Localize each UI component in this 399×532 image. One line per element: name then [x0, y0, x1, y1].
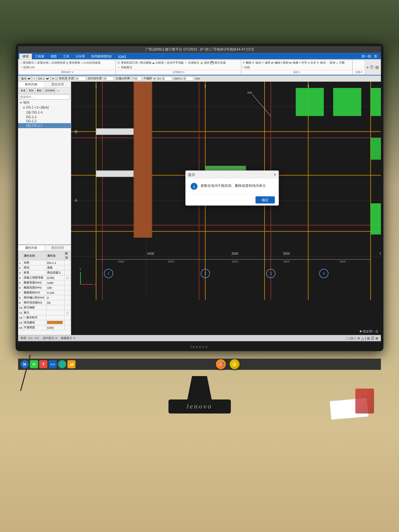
dialog-close-btn[interactable]: × — [274, 172, 276, 177]
btn-set-scale[interactable]: □ 设置比例 — [35, 61, 48, 65]
btn-new-component[interactable]: 新建 — [19, 88, 27, 93]
btn-convert-element[interactable]: ↔ 转换图元 — [117, 65, 132, 70]
prop-num-2: 2 — [18, 265, 23, 270]
props-tab-list[interactable]: 属性列表 — [18, 245, 45, 251]
status-icon-5[interactable]: | — [365, 336, 366, 341]
btn-extend[interactable]: → 延伸 — [326, 61, 336, 65]
taskbar-center-icon-1[interactable]: 🎯 — [216, 359, 226, 369]
prop-value-13[interactable] — [46, 320, 64, 325]
prop-value-5[interactable]: 1440 — [46, 280, 64, 285]
btn-restore-cad[interactable]: └ 还原CAD — [20, 65, 35, 70]
taskbar-icon-wechat[interactable]: W — [30, 360, 38, 368]
prop-value-4[interactable]: (C35) — [46, 275, 64, 280]
ribbon-tab-igms[interactable]: IGMS — [115, 55, 129, 59]
btn-find-replace[interactable]: Q 查找替换 — [66, 61, 80, 65]
btn-trim[interactable]: ✂ 修剪 — [262, 61, 271, 65]
taskbar-icon-browser[interactable]: 🌐 — [58, 360, 66, 368]
tree-item-dg1[interactable]: ▼ DG-1 <1> [地沟] — [18, 105, 71, 110]
tree-item-dg14[interactable]: (顶) DG-1-4 — [18, 110, 71, 115]
prop-value-2[interactable]: 底板 — [46, 265, 64, 270]
prop-value-11[interactable] — [46, 310, 64, 315]
btn-break[interactable]: ⊥ 打断 — [336, 61, 345, 65]
ribbon-tab-jianmo[interactable]: 建模 — [19, 54, 32, 59]
tree-item-dg12[interactable]: DG-1-2 — [18, 119, 71, 123]
sidebar-more-icon[interactable]: » — [57, 89, 59, 93]
status-icon-2[interactable]: ⊡ — [350, 336, 353, 341]
input-xval[interactable] — [163, 76, 172, 81]
taskbar-center-icon-2[interactable]: ⭐ — [230, 359, 240, 369]
tree-item-ditch-root[interactable]: ▼ 地沟 — [18, 100, 71, 105]
taskbar-icon-t[interactable]: T — [39, 360, 47, 368]
btn-split[interactable]: / 分割 — [243, 65, 250, 70]
status-icon-x[interactable]: ✕ — [357, 336, 360, 341]
status-icon-6[interactable]: ⊞ — [367, 336, 370, 341]
dialog-ok-button[interactable]: 确定 — [255, 196, 275, 204]
prop-row-4: 4 混凝土强度等级 (C35) □ — [18, 275, 71, 280]
btn-delete-component[interactable]: 删除 — [36, 88, 43, 93]
ribbon-tab-gongchengliang[interactable]: 工程量 — [32, 54, 47, 59]
ribbon-tab-xietong[interactable]: 协同建模(限免) — [88, 54, 115, 59]
btn-grid[interactable]: ⊞ — [375, 65, 379, 70]
tree-item-dg13[interactable]: DG-1-3 — [18, 115, 71, 119]
btn-save-element[interactable]: 💾 图元存盘 — [210, 61, 226, 65]
prop-value-10[interactable] — [46, 305, 64, 310]
input-reverselen[interactable] — [105, 76, 114, 81]
btn-mirror[interactable]: ⇆ 镜像 — [289, 61, 298, 65]
btn-two-point-axis[interactable]: / 两点辅轴 — [139, 61, 151, 65]
btn-clock[interactable]: ⏱ — [369, 65, 374, 70]
input-addlen[interactable] — [76, 76, 86, 81]
prop-value-1[interactable]: DG-1-1 — [46, 260, 64, 265]
btn-delete[interactable]: ✕ 删除 — [243, 61, 252, 65]
status-icon-7[interactable]: ☰ — [371, 336, 374, 341]
color-swatch[interactable] — [47, 321, 63, 324]
btn-plus[interactable]: + — [366, 65, 369, 70]
prop-value-9[interactable]: (0) — [46, 300, 64, 305]
btn-cloud-check[interactable]: ☁ 云检查 — [152, 61, 164, 65]
btn-align[interactable]: ≡ 对齐 — [299, 61, 307, 65]
btn-rotate[interactable]: ⟳ 旋转 — [252, 61, 261, 65]
taskbar-icon-folder[interactable]: 📁 — [67, 360, 75, 368]
sidebar-search-input[interactable] — [19, 94, 70, 99]
status-icon-1[interactable]: □ — [347, 336, 349, 341]
prop-extra-4[interactable]: □ — [65, 275, 71, 280]
input-yval[interactable] — [184, 76, 193, 81]
taskbar-icon-cad[interactable]: C·U — [49, 360, 57, 368]
btn-offset[interactable]: ⇄ 偏移 — [271, 61, 280, 65]
ribbon-tab-yunyingyong[interactable]: 云应用 — [72, 54, 88, 59]
btn-layer-copy[interactable]: 层间复制 — [44, 88, 56, 93]
prop-value-14[interactable]: (100) — [46, 325, 64, 330]
btn-cad-options[interactable]: □ CAD识别选项 — [81, 61, 100, 65]
btn-copy-component[interactable]: 复制 — [27, 88, 35, 93]
status-icon-3[interactable]: □ — [354, 336, 356, 341]
ribbon-tab-gongju[interactable]: 工具 — [60, 54, 72, 59]
axis-label-b: B — [75, 130, 77, 134]
btn-length-mark[interactable]: ↔ 长度标注 — [184, 61, 199, 65]
ribbon-tab-shitu[interactable]: 视图 — [47, 54, 60, 59]
input-leftoffset[interactable] — [132, 76, 142, 81]
sidebar-tab-components[interactable]: 构件列表 — [18, 82, 45, 87]
dropdown-category[interactable]: 地沟 — [19, 76, 32, 81]
prop-value-3[interactable]: 商品混凝土 — [46, 270, 64, 275]
btn-copy[interactable]: ⎘ 复制 — [281, 61, 289, 65]
btn-find-element[interactable]: □ 查找图元 — [20, 61, 34, 65]
prop-extra-11[interactable]: □ — [65, 310, 71, 315]
status-icon-8[interactable]: ⊕ — [375, 336, 378, 341]
prop-value-8[interactable]: 0 — [46, 295, 64, 300]
btn-identify-layer[interactable]: □ 识别构层表 — [49, 61, 66, 65]
props-tab-layer[interactable]: 图层管理 — [45, 245, 71, 251]
search-top-btn[interactable]: 搜一搜、查 — [359, 54, 380, 59]
btn-move[interactable]: ✛ 移动 — [317, 61, 326, 65]
btn-merge[interactable]: ⊕ 合并 — [308, 61, 316, 65]
props-tabs: 属性列表 图层管理 — [18, 245, 71, 251]
tree-item-dg11-selected[interactable]: (底) DG-1-1 — [18, 123, 71, 128]
dropdown-element[interactable]: DG-1 — [36, 76, 50, 81]
prop-value-7[interactable]: 0.144 — [46, 290, 64, 295]
btn-copy-layer[interactable]: ◎ 复制到其它层 — [117, 61, 138, 65]
btn-lock[interactable]: 🔒 锁定 — [200, 61, 210, 65]
btn-auto-align[interactable]: □ 自动平齐顶板 — [164, 61, 184, 65]
sidebar-tab-drawings[interactable]: 图纸管理 — [45, 82, 71, 87]
prop-value-6[interactable]: 100 — [46, 285, 64, 290]
prop-extra-9 — [65, 300, 71, 305]
taskbar-icon-ie[interactable]: Ie — [21, 360, 29, 368]
status-icon-4[interactable]: △ — [361, 336, 364, 341]
